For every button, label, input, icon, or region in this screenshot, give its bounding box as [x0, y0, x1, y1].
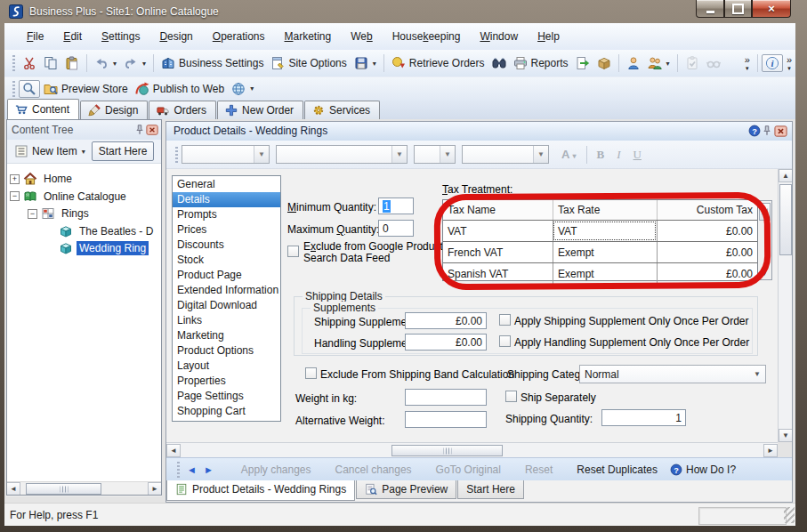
section-item-general[interactable]: General — [173, 177, 280, 192]
maximize-button[interactable] — [724, 0, 752, 18]
tax-rate-cell[interactable]: Exempt — [553, 242, 657, 262]
toolbar-overflow-button[interactable]: »▾ — [741, 55, 754, 71]
tab-services[interactable]: Services — [304, 101, 380, 119]
chevron-down-icon[interactable]: ▼ — [440, 146, 455, 163]
section-item-links[interactable]: Links — [173, 313, 280, 328]
tree-node-wedding-ring[interactable]: Wedding Ring — [45, 240, 149, 256]
size-combobox[interactable]: ▼ — [414, 145, 456, 164]
tree-node-rings[interactable]: −Rings — [28, 206, 92, 222]
info-button[interactable]: i — [762, 54, 783, 72]
scroll-left-button[interactable]: ◄ — [6, 482, 20, 496]
menu-operations[interactable]: Operations — [203, 27, 275, 46]
scrollbar-thumb[interactable] — [26, 483, 101, 495]
section-item-properties[interactable]: Properties — [173, 374, 280, 389]
redo-button[interactable]: ▾ — [120, 54, 149, 72]
tax-name-cell[interactable]: Spanish VAT — [443, 263, 553, 284]
menu-marketing[interactable]: Marketing — [275, 27, 342, 46]
next-record-button[interactable]: ► — [200, 464, 217, 475]
menu-window[interactable]: Window — [470, 27, 528, 46]
menu-settings[interactable]: Settings — [92, 27, 149, 46]
tree-expander[interactable]: − — [28, 209, 37, 219]
scroll-right-button[interactable]: ► — [148, 482, 162, 496]
tax-name-cell[interactable]: VAT — [443, 221, 553, 241]
toolbar-overflow-button[interactable]: »▾ — [783, 55, 795, 71]
shipping-quantity-field[interactable]: 1 — [601, 409, 686, 426]
undo-button[interactable]: ▾ — [91, 54, 120, 72]
section-item-marketing[interactable]: Marketing — [173, 328, 280, 343]
copy-button[interactable] — [40, 54, 61, 72]
section-item-discounts[interactable]: Discounts — [173, 238, 280, 253]
scrollbar-thumb[interactable] — [779, 184, 792, 255]
format-combobox[interactable]: ▼ — [462, 145, 549, 164]
reset-duplicates-button[interactable]: Reset Duplicates — [577, 463, 658, 476]
doc-tab-page-preview[interactable]: Page Preview — [356, 480, 456, 499]
ship-separately-checkbox[interactable] — [505, 391, 517, 402]
panel-close-icon[interactable] — [146, 124, 158, 136]
scroll-left-button[interactable]: ◄ — [166, 444, 181, 457]
previous-record-button[interactable]: ◄ — [183, 464, 200, 475]
printer-button[interactable]: Reports — [510, 54, 572, 72]
tax-table-scrollbar[interactable]: ▼ — [758, 200, 772, 280]
handling-supplement-field[interactable]: £0.00 — [405, 334, 487, 351]
shipping-supplement-field[interactable]: £0.00 — [405, 312, 487, 329]
chevron-down-icon[interactable]: ▼ — [254, 146, 269, 163]
apply-changes-button[interactable]: Apply changes — [241, 463, 311, 476]
tree-expander[interactable]: − — [10, 191, 20, 201]
maximum-quantity-field[interactable]: 0 — [378, 220, 414, 237]
tab-content[interactable]: Content — [7, 99, 79, 119]
scrollbar-thumb[interactable] — [391, 445, 503, 456]
apply-handling-once-checkbox[interactable] — [499, 335, 511, 347]
section-item-prompts[interactable]: Prompts — [173, 207, 280, 222]
bold-button[interactable]: B — [591, 148, 611, 162]
new-item-button[interactable]: New Item ▾ — [11, 142, 89, 160]
scroll-down-button[interactable]: ▼ — [758, 267, 771, 279]
section-item-product-options[interactable]: Product Options — [173, 343, 280, 359]
alternative-weight-field[interactable] — [405, 411, 487, 428]
apply-shipping-once-checkbox[interactable] — [499, 314, 511, 326]
help-icon[interactable]: ? — [748, 125, 761, 137]
building-button[interactable]: Business Settings — [157, 54, 267, 72]
google-exclude-checkbox[interactable] — [287, 246, 299, 257]
chevron-down-icon[interactable]: ▼ — [533, 146, 548, 163]
package-button[interactable] — [593, 54, 615, 72]
scroll-up-button[interactable]: ▲ — [779, 169, 793, 182]
italic-button[interactable]: I — [610, 148, 626, 162]
paste-button[interactable] — [61, 54, 83, 72]
tab-orders[interactable]: Orders — [149, 101, 216, 119]
section-item-prices[interactable]: Prices — [173, 222, 280, 238]
magnifier-button[interactable] — [19, 80, 40, 98]
tab-design[interactable]: Design — [80, 101, 148, 119]
content-tree-horizontal-scrollbar[interactable]: ◄ ► — [6, 481, 162, 496]
title-bar[interactable]: Business Plus - Site1: Online Catalogue … — [0, 0, 807, 23]
section-item-extended-information[interactable]: Extended Information — [173, 283, 280, 298]
cut-button[interactable] — [19, 54, 40, 72]
reset-button[interactable]: Reset — [525, 463, 553, 476]
menu-file[interactable]: File — [17, 27, 53, 46]
pin-icon[interactable] — [761, 125, 773, 137]
tree-expander[interactable]: + — [10, 174, 20, 184]
exclude-shipping-band-checkbox[interactable] — [305, 367, 317, 379]
menu-housekeeping[interactable]: Housekeeping — [383, 27, 471, 46]
minimize-button[interactable] — [696, 0, 724, 18]
tree-node-home[interactable]: +Home — [10, 171, 75, 187]
style-combobox[interactable]: ▼ — [182, 145, 270, 164]
custom-tax-cell[interactable]: £0.00 — [657, 221, 757, 241]
globe-button[interactable]: ▾ — [228, 80, 257, 98]
custom-tax-cell[interactable]: £0.00 — [657, 242, 757, 262]
section-item-details[interactable]: Details — [173, 192, 280, 207]
form-vertical-scrollbar[interactable]: ▲ ▼ — [778, 169, 793, 442]
start-here-button[interactable]: Start Here — [92, 141, 155, 161]
goto-original-button[interactable]: GoTo Original — [436, 463, 501, 476]
resize-grip[interactable] — [784, 507, 795, 523]
minimum-quantity-field[interactable]: 1 — [378, 197, 414, 214]
underline-button[interactable]: U — [627, 148, 648, 162]
export-button[interactable] — [572, 54, 593, 72]
folder-mag-button[interactable]: Preview Store — [40, 80, 132, 98]
shipping-category-combobox[interactable]: Normal ▼ — [579, 365, 766, 383]
font-color-button[interactable]: A ▾ — [555, 148, 583, 161]
menu-edit[interactable]: Edit — [53, 27, 92, 46]
doc-tab-product-details-wedding-rings[interactable]: Product Details - Wedding Rings — [166, 480, 355, 501]
person-button[interactable] — [623, 54, 644, 72]
section-item-stock[interactable]: Stock — [173, 253, 280, 268]
retrieve-button[interactable]: Retrieve Orders — [388, 54, 488, 72]
